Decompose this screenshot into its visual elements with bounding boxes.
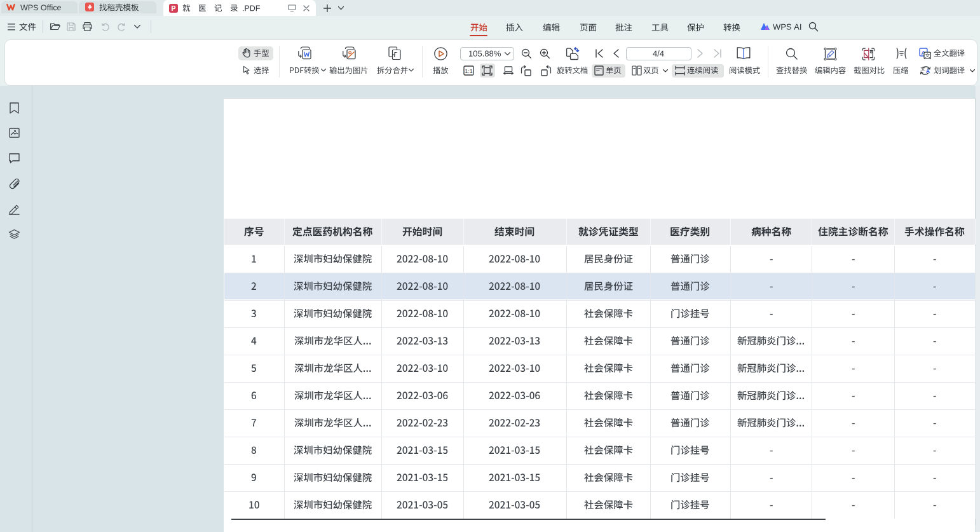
svg-text:P: P — [171, 4, 175, 12]
svg-text:A: A — [926, 68, 930, 74]
svg-text:1:1: 1:1 — [465, 68, 473, 74]
